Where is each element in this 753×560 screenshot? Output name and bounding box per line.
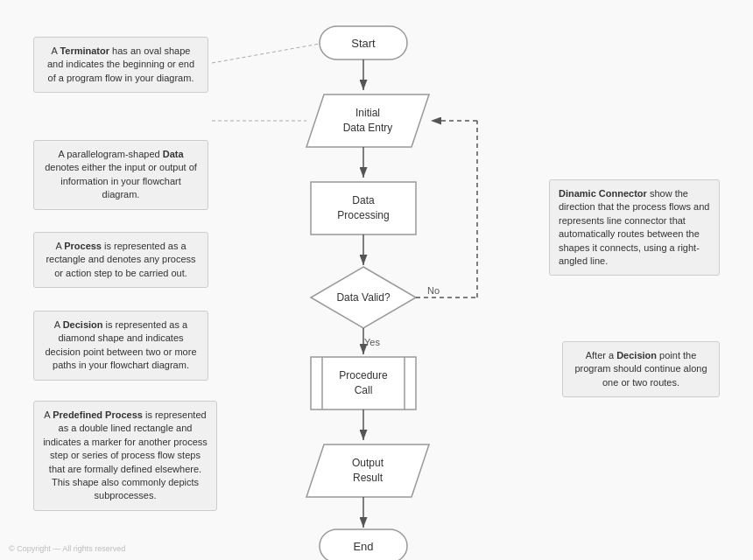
annotation-process-text: A Process is represented as a rectangle … [46,241,195,278]
watermark: © Copyright — All rights reserved [9,544,125,553]
annotation-after-decision-text: After a Decision point the program shoul… [574,350,707,388]
annotation-terminator: A Terminator has an oval shape and indic… [33,37,208,93]
svg-text:End: End [353,540,373,553]
svg-text:No: No [427,285,440,296]
data-label: Data [163,149,184,159]
annotation-terminator-text: A Terminator has an oval shape and indic… [47,46,194,83]
annotation-data-text: A parallelogram-shaped Data denotes eith… [45,149,197,200]
annotation-dynamic-connector: Dinamic Connector show the direction tha… [549,179,720,276]
svg-text:Output: Output [352,457,384,469]
annotation-decision: A Decision is represented as a diamond s… [33,311,208,381]
annotation-process: A Process is represented as a rectangle … [33,232,208,288]
svg-rect-2 [320,26,407,60]
svg-line-34 [212,44,320,63]
svg-text:Initial: Initial [355,107,380,119]
process-label: Process [64,241,102,251]
decision-label: Decision [63,319,103,330]
svg-text:Result: Result [353,472,384,484]
annotation-decision-text: A Decision is represented as a diamond s… [45,319,196,370]
svg-text:Yes: Yes [364,337,380,347]
svg-text:Call: Call [355,384,373,396]
svg-text:Procedure: Procedure [339,369,388,382]
svg-text:Start: Start [351,37,376,50]
svg-text:Data Valid?: Data Valid? [336,291,390,304]
svg-marker-5 [306,94,429,147]
annotation-data: A parallelogram-shaped Data denotes eith… [33,140,208,210]
dynamic-connector-label: Dinamic Connector [559,188,647,199]
svg-text:Data Entry: Data Entry [343,122,393,134]
svg-marker-13 [311,267,416,328]
svg-rect-27 [320,529,407,560]
svg-text:Processing: Processing [337,209,389,221]
svg-rect-17 [311,357,416,410]
annotation-after-decision: After a Decision point the program shoul… [562,341,720,397]
svg-rect-9 [311,182,416,234]
terminator-label: Terminator [60,46,109,56]
svg-marker-23 [306,444,429,497]
after-decision-label: Decision [616,350,657,360]
annotation-dynamic-connector-text: Dinamic Connector show the direction tha… [559,188,709,266]
annotation-predefined-text: A Predefined Process is represented as a… [43,410,208,500]
page-container: Start Initial Data Entry Data Processing… [0,0,753,560]
annotation-predefined: A Predefined Process is represented as a… [33,401,217,511]
predefined-label: Predefined Process [53,410,143,420]
svg-text:Data: Data [352,194,375,206]
